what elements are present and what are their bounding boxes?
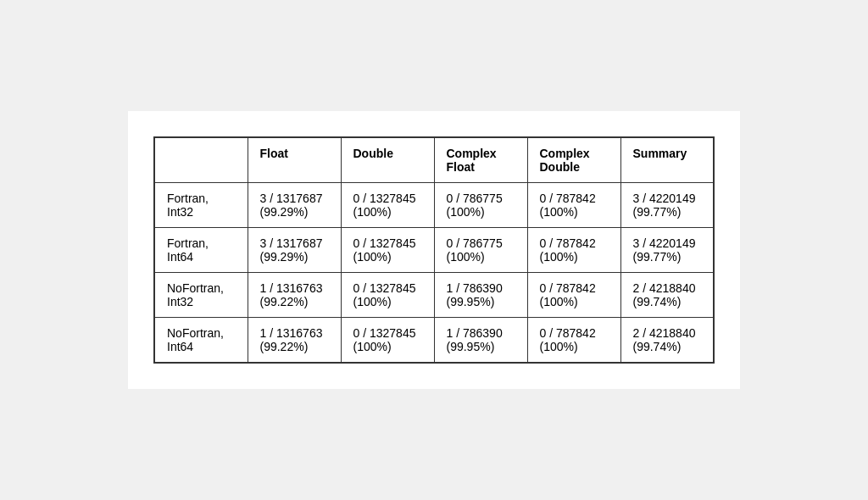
table-row: NoFortran,Int321 / 1316763(99.22%)0 / 13…	[154, 273, 714, 318]
cell-summary: 2 / 4218840(99.74%)	[620, 318, 714, 364]
cell-double: 0 / 1327845(100%)	[341, 228, 434, 273]
row-label: Fortran,Int32	[154, 183, 248, 228]
cell-summary: 2 / 4218840(99.74%)	[620, 273, 714, 318]
cell-complex_float: 0 / 786775(100%)	[434, 183, 527, 228]
row-label: NoFortran,Int64	[154, 318, 248, 364]
col-header-double: Double	[341, 137, 434, 183]
cell-summary: 3 / 4220149(99.77%)	[620, 228, 714, 273]
cell-complex_double: 0 / 787842(100%)	[527, 228, 620, 273]
row-label: Fortran,Int64	[154, 228, 248, 273]
table-container: Float Double ComplexFloat ComplexDouble …	[128, 111, 740, 389]
col-header-summary: Summary	[620, 137, 714, 183]
cell-complex_float: 1 / 786390(99.95%)	[434, 273, 527, 318]
col-header-complex-float: ComplexFloat	[434, 137, 527, 183]
row-label: NoFortran,Int32	[154, 273, 248, 318]
table-header-row: Float Double ComplexFloat ComplexDouble …	[154, 137, 714, 183]
data-table: Float Double ComplexFloat ComplexDouble …	[153, 136, 715, 364]
col-header-empty	[154, 137, 248, 183]
cell-double: 0 / 1327845(100%)	[341, 183, 434, 228]
table-row: NoFortran,Int641 / 1316763(99.22%)0 / 13…	[154, 318, 714, 364]
cell-summary: 3 / 4220149(99.77%)	[620, 183, 714, 228]
cell-float: 3 / 1317687(99.29%)	[248, 228, 341, 273]
table-row: Fortran,Int323 / 1317687(99.29%)0 / 1327…	[154, 183, 714, 228]
cell-float: 1 / 1316763(99.22%)	[248, 273, 341, 318]
cell-float: 1 / 1316763(99.22%)	[248, 318, 341, 364]
cell-double: 0 / 1327845(100%)	[341, 318, 434, 364]
cell-complex_double: 0 / 787842(100%)	[527, 318, 620, 364]
cell-complex_float: 0 / 786775(100%)	[434, 228, 527, 273]
cell-complex_float: 1 / 786390(99.95%)	[434, 318, 527, 364]
cell-double: 0 / 1327845(100%)	[341, 273, 434, 318]
table-row: Fortran,Int643 / 1317687(99.29%)0 / 1327…	[154, 228, 714, 273]
cell-float: 3 / 1317687(99.29%)	[248, 183, 341, 228]
cell-complex_double: 0 / 787842(100%)	[527, 183, 620, 228]
col-header-complex-double: ComplexDouble	[527, 137, 620, 183]
col-header-float: Float	[248, 137, 341, 183]
cell-complex_double: 0 / 787842(100%)	[527, 273, 620, 318]
